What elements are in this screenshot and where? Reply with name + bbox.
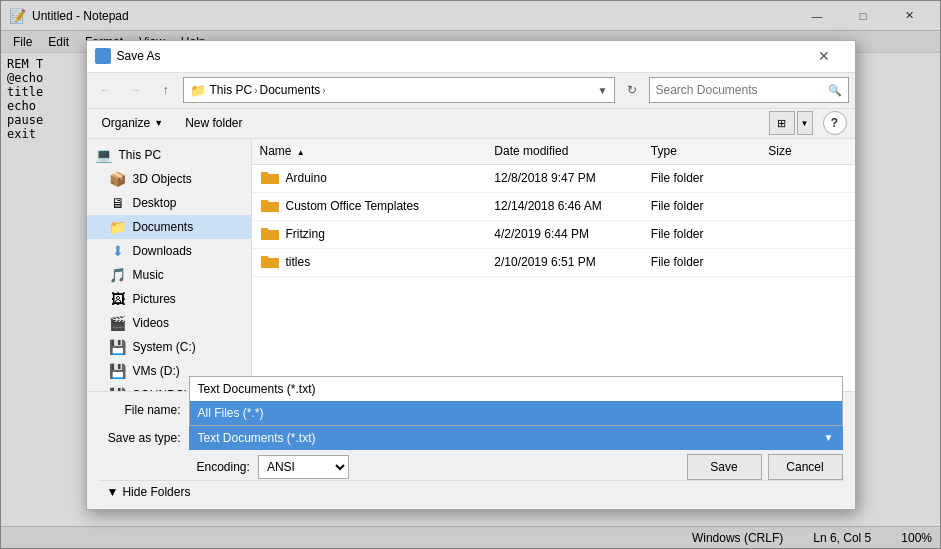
folder-icon-custom-templates bbox=[260, 196, 280, 216]
new-folder-button[interactable]: New folder bbox=[178, 113, 249, 133]
sort-arrow: ▲ bbox=[297, 148, 305, 157]
filetype-option-all[interactable]: All Files (*.*) bbox=[190, 401, 842, 425]
filetype-label: Save as type: bbox=[99, 431, 189, 445]
file-row-arduino[interactable]: Arduino 12/8/2018 9:47 PM File folder bbox=[252, 165, 855, 193]
up-button[interactable]: ↑ bbox=[153, 78, 179, 102]
file-date-titles: 2/10/2019 6:51 PM bbox=[494, 255, 651, 269]
col-header-type[interactable]: Type bbox=[651, 144, 768, 158]
folder-icon-arduino bbox=[260, 168, 280, 188]
organize-button[interactable]: Organize ▼ bbox=[95, 113, 171, 133]
address-bar[interactable]: 📁 This PC › Documents › ▼ bbox=[183, 77, 615, 103]
file-list-header: Name ▲ Date modified Type Size bbox=[252, 139, 855, 165]
nav-item-desktop[interactable]: 🖥 Desktop bbox=[87, 191, 251, 215]
folder-icon-titles bbox=[260, 252, 280, 272]
view-mode-dropdown[interactable]: ▼ bbox=[797, 111, 813, 135]
save-as-dialog: Save As ✕ ← → ↑ 📁 This PC › Documents › bbox=[86, 40, 856, 510]
file-name-cell-fritzing: Fritzing bbox=[260, 224, 495, 244]
file-row-custom-templates[interactable]: Custom Office Templates 12/14/2018 6:46 … bbox=[252, 193, 855, 221]
filetype-selected[interactable]: Text Documents (*.txt) ▼ bbox=[189, 426, 843, 450]
documents-label: Documents bbox=[133, 220, 194, 234]
3d-objects-label: 3D Objects bbox=[133, 172, 192, 186]
file-row-titles[interactable]: titles 2/10/2019 6:51 PM File folder bbox=[252, 249, 855, 277]
forward-button[interactable]: → bbox=[123, 78, 149, 102]
file-type-titles: File folder bbox=[651, 255, 768, 269]
documents-icon: 📁 bbox=[109, 218, 127, 236]
refresh-icon: ↻ bbox=[627, 83, 637, 97]
col-header-name[interactable]: Name ▲ bbox=[260, 144, 495, 158]
up-icon: ↑ bbox=[163, 83, 169, 97]
save-button[interactable]: Save bbox=[687, 454, 762, 480]
col-header-size[interactable]: Size bbox=[768, 144, 846, 158]
address-dropdown-arrow[interactable]: ▼ bbox=[598, 85, 608, 96]
help-button[interactable]: ? bbox=[823, 111, 847, 135]
nav-item-documents[interactable]: 📁 Documents bbox=[87, 215, 251, 239]
soundsuper-icon: 💾 bbox=[109, 386, 127, 391]
downloads-icon: ⬇ bbox=[109, 242, 127, 260]
organize-arrow-icon: ▼ bbox=[154, 118, 163, 128]
filetype-option-all-label: All Files (*.*) bbox=[198, 406, 264, 420]
dialog-title-icon bbox=[95, 48, 111, 64]
dialog-overlay: Save As ✕ ← → ↑ 📁 This PC › Documents › bbox=[0, 0, 941, 549]
file-date-arduino: 12/8/2018 9:47 PM bbox=[494, 171, 651, 185]
desktop-label: Desktop bbox=[133, 196, 177, 210]
refresh-button[interactable]: ↻ bbox=[619, 77, 645, 103]
dialog-title: Save As bbox=[117, 49, 801, 63]
nav-item-pictures[interactable]: 🖼 Pictures bbox=[87, 287, 251, 311]
file-name-cell-titles: titles bbox=[260, 252, 495, 272]
file-type-arduino: File folder bbox=[651, 171, 768, 185]
cancel-button[interactable]: Cancel bbox=[768, 454, 843, 480]
pictures-label: Pictures bbox=[133, 292, 176, 306]
nav-item-music[interactable]: 🎵 Music bbox=[87, 263, 251, 287]
dialog-close-button[interactable]: ✕ bbox=[801, 40, 847, 72]
search-input[interactable] bbox=[656, 83, 824, 97]
nav-item-this-pc[interactable]: 💻 This PC bbox=[87, 143, 251, 167]
address-sep-2: › bbox=[322, 85, 325, 96]
view-dropdown-arrow: ▼ bbox=[801, 119, 809, 128]
dialog-action-toolbar: Organize ▼ New folder ⊞ ▼ ? bbox=[87, 109, 855, 139]
address-crumb-container: This PC › Documents › bbox=[210, 83, 326, 97]
music-label: Music bbox=[133, 268, 164, 282]
dialog-titlebar: Save As ✕ bbox=[87, 41, 855, 73]
col-header-date[interactable]: Date modified bbox=[494, 144, 651, 158]
system-c-icon: 💾 bbox=[109, 338, 127, 356]
filename-label: File name: bbox=[99, 403, 189, 417]
3d-objects-icon: 📦 bbox=[109, 170, 127, 188]
file-type-custom-templates: File folder bbox=[651, 199, 768, 213]
videos-icon: 🎬 bbox=[109, 314, 127, 332]
back-icon: ← bbox=[100, 83, 112, 97]
help-label: ? bbox=[831, 116, 838, 130]
dialog-nav-toolbar: ← → ↑ 📁 This PC › Documents › ▼ ↻ bbox=[87, 73, 855, 109]
nav-item-system-c[interactable]: 💾 System (C:) bbox=[87, 335, 251, 359]
address-sep-1: › bbox=[254, 85, 257, 96]
search-box[interactable]: 🔍 bbox=[649, 77, 849, 103]
hide-folders-bar[interactable]: ▼ Hide Folders bbox=[99, 480, 843, 503]
address-documents: Documents bbox=[260, 83, 321, 97]
file-type-fritzing: File folder bbox=[651, 227, 768, 241]
view-mode-button[interactable]: ⊞ bbox=[769, 111, 795, 135]
forward-icon: → bbox=[130, 83, 142, 97]
this-pc-icon: 💻 bbox=[95, 146, 113, 164]
nav-item-videos[interactable]: 🎬 Videos bbox=[87, 311, 251, 335]
address-this-pc: This PC bbox=[210, 83, 253, 97]
file-name-cell-arduino: Arduino bbox=[260, 168, 495, 188]
filetype-dropdown-container: Text Documents (*.txt) ▼ Text Documents … bbox=[189, 426, 843, 450]
back-button[interactable]: ← bbox=[93, 78, 119, 102]
search-icon: 🔍 bbox=[828, 84, 842, 97]
file-row-fritzing[interactable]: Fritzing 4/2/2019 6:44 PM File folder bbox=[252, 221, 855, 249]
nav-item-3d-objects[interactable]: 📦 3D Objects bbox=[87, 167, 251, 191]
dialog-bottom: File name: Save as type: Text Documents … bbox=[87, 391, 855, 509]
music-icon: 🎵 bbox=[109, 266, 127, 284]
file-name-cell-custom-templates: Custom Office Templates bbox=[260, 196, 495, 216]
this-pc-label: This PC bbox=[119, 148, 162, 162]
filetype-option-txt[interactable]: Text Documents (*.txt) bbox=[190, 377, 842, 401]
desktop-icon: 🖥 bbox=[109, 194, 127, 212]
new-folder-label: New folder bbox=[185, 116, 242, 130]
hide-folders-label: Hide Folders bbox=[122, 485, 190, 499]
vms-d-label: VMs (D:) bbox=[133, 364, 180, 378]
nav-pane: 💻 This PC 📦 3D Objects 🖥 Desktop 📁 Docum… bbox=[87, 139, 252, 391]
view-mode-icon: ⊞ bbox=[777, 117, 786, 130]
videos-label: Videos bbox=[133, 316, 169, 330]
nav-item-downloads[interactable]: ⬇ Downloads bbox=[87, 239, 251, 263]
organize-label: Organize bbox=[102, 116, 151, 130]
encoding-select[interactable]: ANSI UTF-8 UTF-16 LE UTF-16 BE bbox=[258, 455, 349, 479]
